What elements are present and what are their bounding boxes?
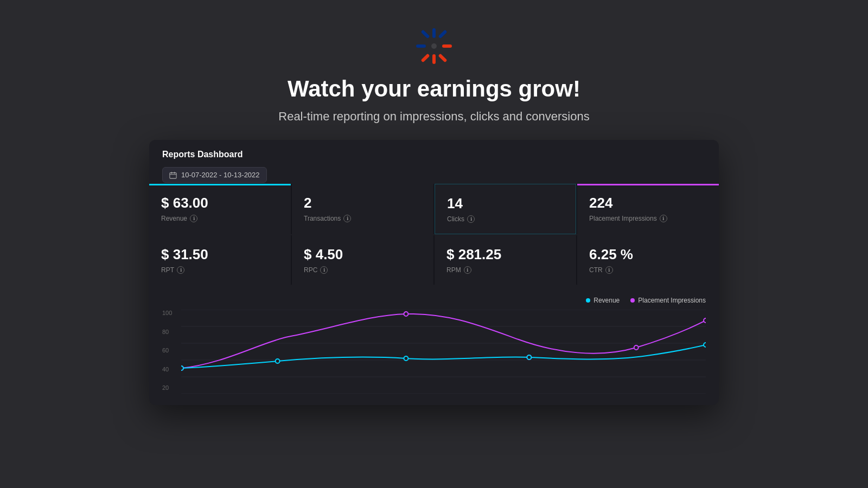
metric-label-transactions: Transactions ℹ (304, 215, 422, 222)
chart-legend: Revenue Placement Impressions (162, 297, 706, 304)
svg-point-23 (704, 318, 706, 323)
dashboard-header: Reports Dashboard 10-07-2022 - 10-13-202… (149, 140, 719, 183)
metric-value-rpc: $ 4.50 (304, 246, 422, 263)
chart-y-labels: 100 80 60 40 20 (162, 310, 172, 394)
metric-card-rpt: $ 31.50 RPT ℹ (149, 235, 291, 285)
metric-label-clicks: Clicks ℹ (447, 215, 564, 223)
info-icon-transactions[interactable]: ℹ (343, 215, 351, 222)
svg-rect-9 (170, 172, 176, 178)
metric-card-impressions: 224 Placement Impressions ℹ (577, 184, 719, 234)
info-icon-revenue[interactable]: ℹ (190, 215, 197, 222)
metric-value-ctr: 6.25 % (589, 246, 707, 263)
y-label-80: 80 (162, 329, 172, 335)
svg-point-26 (404, 356, 408, 361)
metric-label-rpt: RPT ℹ (161, 266, 279, 274)
svg-rect-2 (416, 44, 426, 48)
svg-point-22 (634, 345, 639, 350)
info-icon-ctr[interactable]: ℹ (605, 266, 613, 274)
hero-section: Watch your earnings grow! Real-time repo… (278, 0, 589, 124)
info-icon-clicks[interactable]: ℹ (467, 215, 475, 223)
svg-rect-0 (432, 28, 436, 38)
dashboard-container: Reports Dashboard 10-07-2022 - 10-13-202… (149, 140, 719, 405)
metric-value-impressions: 224 (589, 195, 707, 211)
metrics-top-row: $ 63.00 Revenue ℹ 2 Transactions ℹ 14 Cl… (149, 184, 719, 234)
svg-rect-1 (432, 54, 436, 64)
metric-value-rpt: $ 31.50 (161, 246, 279, 263)
svg-point-27 (527, 355, 531, 359)
hero-title: Watch your earnings grow! (288, 76, 580, 102)
info-icon-rpt[interactable]: ℹ (177, 266, 184, 274)
info-icon-impressions[interactable]: ℹ (660, 215, 667, 222)
metric-label-ctr: CTR ℹ (589, 266, 707, 274)
y-label-20: 20 (162, 384, 172, 391)
legend-item-revenue: Revenue (586, 297, 620, 304)
legend-item-impressions: Placement Impressions (630, 297, 706, 304)
date-range-label: 10-07-2022 - 10-13-2022 (181, 171, 260, 179)
metric-label-revenue: Revenue ℹ (161, 215, 279, 222)
y-label-100: 100 (162, 310, 172, 316)
metric-label-rpm: RPM ℹ (446, 266, 564, 274)
line-chart (181, 310, 706, 394)
metric-card-transactions: 2 Transactions ℹ (292, 184, 433, 234)
info-icon-rpc[interactable]: ℹ (320, 266, 328, 274)
metric-card-ctr: 6.25 % CTR ℹ (577, 235, 719, 285)
metric-card-revenue: $ 63.00 Revenue ℹ (149, 184, 291, 234)
legend-dot-impressions (630, 298, 635, 303)
svg-point-28 (704, 343, 706, 347)
svg-rect-5 (438, 30, 448, 39)
metric-card-clicks: 14 Clicks ℹ (435, 184, 576, 234)
metric-card-rpm: $ 281.25 RPM ℹ (435, 235, 576, 285)
metric-card-rpc: $ 4.50 RPC ℹ (292, 235, 433, 285)
brand-logo (415, 27, 453, 65)
chart-section: Revenue Placement Impressions 100 80 60 … (149, 286, 719, 405)
svg-point-8 (431, 43, 437, 49)
chart-svg-container (181, 310, 706, 394)
chart-area: 100 80 60 40 20 (162, 310, 706, 394)
metric-label-impressions: Placement Impressions ℹ (589, 215, 707, 222)
svg-rect-4 (421, 30, 430, 39)
metric-value-clicks: 14 (447, 195, 564, 212)
date-range-picker[interactable]: 10-07-2022 - 10-13-2022 (162, 167, 267, 183)
metric-value-transactions: 2 (304, 195, 422, 211)
svg-point-20 (404, 312, 408, 316)
svg-rect-7 (438, 54, 448, 63)
calendar-icon (169, 171, 177, 179)
metric-label-rpc: RPC ℹ (304, 266, 422, 274)
y-label-60: 60 (162, 347, 172, 354)
svg-point-25 (276, 359, 280, 363)
legend-dot-revenue (586, 298, 590, 303)
info-icon-rpm[interactable]: ℹ (464, 266, 471, 274)
legend-label-revenue: Revenue (593, 297, 620, 304)
svg-rect-3 (442, 44, 452, 48)
legend-label-impressions: Placement Impressions (638, 297, 706, 304)
hero-subtitle: Real-time reporting on impressions, clic… (278, 110, 589, 124)
svg-point-24 (181, 366, 183, 370)
metrics-bottom-row: $ 31.50 RPT ℹ $ 4.50 RPC ℹ $ 281.25 RPM … (149, 235, 719, 285)
dashboard-title: Reports Dashboard (162, 150, 706, 159)
svg-rect-6 (421, 54, 430, 63)
metric-value-rpm: $ 281.25 (446, 246, 564, 263)
y-label-40: 40 (162, 366, 172, 373)
metric-value-revenue: $ 63.00 (161, 195, 279, 211)
